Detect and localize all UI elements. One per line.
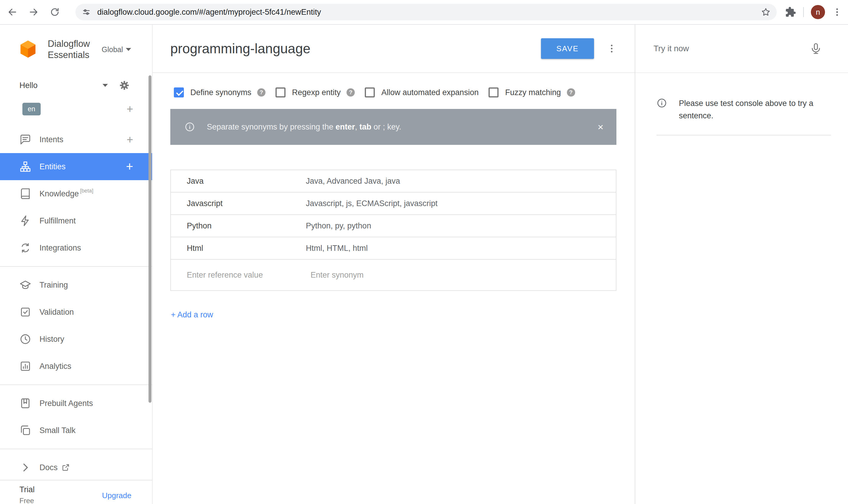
back-button[interactable] xyxy=(3,3,21,21)
chat-bubble-icon xyxy=(19,134,31,145)
sidebar-item-knowledge[interactable]: Knowledge [beta] xyxy=(0,180,152,207)
plan-tier: Free xyxy=(19,497,35,504)
hint-text-pre: Separate synonyms by pressing the xyxy=(207,123,335,131)
agent-selector[interactable]: Hello xyxy=(0,74,152,96)
sidebar-item-integrations[interactable]: Integrations xyxy=(0,234,152,262)
more-options-icon[interactable] xyxy=(606,43,617,54)
beta-badge: [beta] xyxy=(80,188,93,194)
help-icon[interactable]: ? xyxy=(567,88,575,96)
save-button[interactable]: SAVE xyxy=(541,38,594,59)
entity-editor: Define synonyms ? Regexp entity ? Allow … xyxy=(153,73,635,320)
reload-icon xyxy=(50,7,60,17)
synonyms-cell xyxy=(306,271,616,280)
sidebar-item-label: Training xyxy=(39,281,68,290)
info-icon xyxy=(185,122,195,132)
plan-info: Trial Free xyxy=(19,485,35,504)
sidebar-item-validation[interactable]: Validation xyxy=(0,299,152,326)
sidebar-item-label: Knowledge xyxy=(39,189,79,198)
sidebar-item-label: Docs xyxy=(39,463,58,472)
add-entity-button[interactable]: + xyxy=(126,160,133,173)
entity-options: Define synonyms ? Regexp entity ? Allow … xyxy=(170,83,617,103)
agent-settings-button[interactable] xyxy=(119,79,130,91)
reference-value-cell[interactable]: Html xyxy=(171,244,306,253)
brand-line1: Dialogflow xyxy=(48,38,90,50)
synonym-input[interactable] xyxy=(306,271,600,280)
plan-title: Trial xyxy=(19,485,35,494)
help-icon[interactable]: ? xyxy=(346,88,355,96)
microphone-button[interactable] xyxy=(810,42,822,55)
hint-text-sep: , xyxy=(355,123,360,131)
agent-name: Hello xyxy=(19,81,38,90)
microphone-icon xyxy=(810,42,822,55)
sidebar: Dialogflow Essentials Global Hello xyxy=(0,25,153,504)
reference-value-cell[interactable]: Java xyxy=(171,177,306,186)
synonyms-cell[interactable]: Java, Advanced Java, java xyxy=(306,177,616,186)
sidebar-item-label: Analytics xyxy=(39,362,71,371)
browser-actions: n xyxy=(785,5,842,19)
sidebar-item-prebuilt-agents[interactable]: Prebuilt Agents xyxy=(0,390,152,417)
reference-value-input[interactable] xyxy=(187,271,300,280)
clock-icon xyxy=(19,333,31,345)
add-row-link[interactable]: + Add a row xyxy=(170,310,213,320)
help-icon[interactable]: ? xyxy=(257,88,265,96)
reference-value-cell[interactable]: Javascript xyxy=(171,199,306,208)
reload-button[interactable] xyxy=(46,3,64,21)
add-language-button[interactable]: + xyxy=(127,103,133,114)
sidebar-item-history[interactable]: History xyxy=(0,326,152,353)
chevron-down-icon[interactable] xyxy=(103,84,108,87)
browser-menu-icon[interactable] xyxy=(832,7,842,17)
toolbar-divider xyxy=(803,7,804,17)
language-bar: en + xyxy=(0,96,152,121)
table-row[interactable]: Html Html, HTML, html xyxy=(171,237,616,260)
sidebar-item-label: Intents xyxy=(39,135,63,144)
graduation-cap-icon xyxy=(19,279,31,291)
upgrade-link[interactable]: Upgrade xyxy=(102,491,132,504)
sidebar-item-intents[interactable]: Intents + xyxy=(0,126,152,153)
add-intent-button[interactable]: + xyxy=(127,134,133,145)
language-badge[interactable]: en xyxy=(22,103,41,115)
define-synonyms-checkbox[interactable] xyxy=(174,87,184,97)
regexp-entity-checkbox[interactable] xyxy=(276,87,285,97)
table-row[interactable]: Java Java, Advanced Java, java xyxy=(171,170,616,193)
sidebar-item-training[interactable]: Training xyxy=(0,271,152,299)
allow-expansion-checkbox[interactable] xyxy=(365,87,375,97)
sidebar-item-small-talk[interactable]: Small Talk xyxy=(0,417,152,444)
test-console-message: Please use test console above to try a s… xyxy=(657,97,831,122)
profile-avatar[interactable]: n xyxy=(811,5,825,19)
table-row[interactable]: Javascript Javascript, js, ECMAScript, j… xyxy=(171,193,616,215)
synonyms-cell[interactable]: Python, py, python xyxy=(306,221,616,231)
url-text[interactable]: dialogflow.cloud.google.com/#/agent/mypr… xyxy=(97,8,761,17)
reference-value-cell[interactable]: Python xyxy=(171,221,306,231)
address-bar[interactable]: dialogflow.cloud.google.com/#/agent/mypr… xyxy=(75,4,777,20)
page-title: programming-language xyxy=(170,41,311,56)
sidebar-item-fulfillment[interactable]: Fulfillment xyxy=(0,207,152,234)
site-settings-icon[interactable] xyxy=(82,8,91,17)
agent-book-icon xyxy=(19,397,31,409)
close-icon[interactable]: × xyxy=(598,122,603,132)
brand-name: Dialogflow Essentials xyxy=(48,38,90,61)
synonyms-cell[interactable]: Html, HTML, html xyxy=(306,244,616,253)
option-label: Allow automated expansion xyxy=(381,88,479,97)
hint-key-tab: tab xyxy=(360,123,371,131)
sidebar-item-analytics[interactable]: Analytics xyxy=(0,353,152,380)
menu-divider xyxy=(0,266,152,267)
try-it-now-label: Try it now xyxy=(654,44,689,53)
sidebar-item-label: Fulfillment xyxy=(39,216,76,226)
fuzzy-matching-checkbox[interactable] xyxy=(488,87,499,97)
sidebar-item-docs[interactable]: Docs xyxy=(0,454,152,481)
sidebar-item-label: Small Talk xyxy=(39,426,76,435)
sidebar-scrollbar[interactable] xyxy=(149,75,152,403)
synonyms-cell[interactable]: Javascript, js, ECMAScript, javascript xyxy=(306,199,616,208)
forward-button[interactable] xyxy=(25,3,42,21)
test-console-message-text: Please use test console above to try a s… xyxy=(679,99,813,120)
test-console-header: Try it now xyxy=(635,25,848,73)
bookmark-star-icon[interactable] xyxy=(761,7,771,17)
extensions-icon[interactable] xyxy=(785,6,796,18)
table-row[interactable]: Python Python, py, python xyxy=(171,215,616,237)
region-selector[interactable]: Global xyxy=(102,45,131,54)
dialogflow-logo-icon xyxy=(19,40,37,59)
sidebar-item-entities[interactable]: Entities + xyxy=(0,153,152,180)
brand-line2: Essentials xyxy=(48,50,90,61)
option-label: Define synonyms xyxy=(190,88,251,97)
sidebar-item-label: Validation xyxy=(39,308,74,317)
